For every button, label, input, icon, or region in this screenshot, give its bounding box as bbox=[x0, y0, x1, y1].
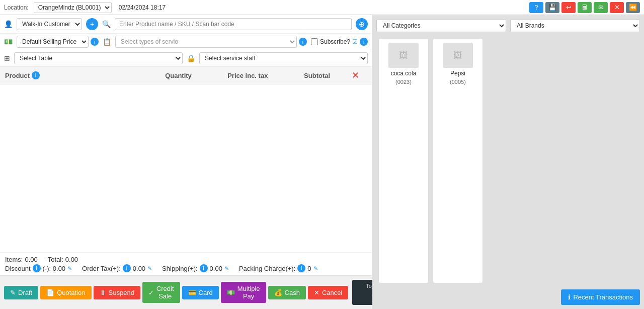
table-select-wrap: Select Table bbox=[14, 52, 183, 64]
draft-button[interactable]: ✎ Draft bbox=[4, 286, 38, 299]
shipping-info-icon: i bbox=[200, 264, 208, 272]
suspend-button[interactable]: ⏸ Suspend bbox=[94, 286, 140, 299]
service-icon: 📋 bbox=[103, 38, 111, 46]
product-card-pepsi[interactable]: 🖼 Pepsi (0005) bbox=[433, 38, 483, 283]
order-tax-total: Order Tax(+): i 0.00 ✎ bbox=[82, 264, 152, 272]
recent-transactions-button[interactable]: ℹ Recent Transactions bbox=[561, 289, 640, 305]
header-price: Price inc. tax bbox=[213, 72, 282, 79]
table-icon: ⊞ bbox=[4, 54, 10, 62]
packing-info-icon: i bbox=[297, 264, 305, 272]
quotation-button[interactable]: 📄 Quotation bbox=[40, 286, 91, 299]
product-name-pepsi: Pepsi bbox=[450, 70, 465, 77]
staff-select-wrap: Select service staff bbox=[199, 52, 368, 64]
brand-filter[interactable]: All Brands bbox=[510, 19, 640, 32]
clear-all-button[interactable]: ✕ bbox=[352, 70, 359, 81]
total-amount: Total: 0.00 bbox=[48, 256, 78, 263]
right-bottom: ℹ Recent Transactions bbox=[376, 289, 640, 305]
left-panel: 👤 Walk-In Customer + 🔍 ⊕ 💵 Default Selli… bbox=[0, 15, 372, 309]
right-panel: All Categories All Brands 🖼 coca cola (0… bbox=[372, 15, 644, 309]
controls-row-3: ⊞ Select Table 🔒 Select service staff bbox=[0, 50, 372, 67]
selling-price-select[interactable]: Default Selling Price bbox=[17, 36, 89, 48]
credit-sale-icon: ✓ bbox=[148, 289, 154, 296]
calculator-icon[interactable]: 🖩 bbox=[578, 2, 592, 13]
customer-icon: 👤 bbox=[4, 20, 13, 28]
packing-total: Packing Charge(+): i 0 ✎ bbox=[239, 264, 318, 272]
totals-row-1: Items: 0.00 Total: 0.00 bbox=[5, 256, 367, 263]
controls-row-2: 💵 Default Selling Price i 📋 Select types… bbox=[0, 34, 372, 50]
datetime: 02/24/2024 18:17 bbox=[119, 4, 166, 11]
price-select-wrap: Default Selling Price i bbox=[17, 36, 99, 48]
discount-info-icon: i bbox=[33, 264, 41, 272]
discount-edit-icon[interactable]: ✎ bbox=[67, 265, 72, 272]
products-grid: 🖼 coca cola (0023) 🖼 Pepsi (0005) bbox=[376, 36, 640, 285]
service-select-wrap: Select types of servio i bbox=[115, 36, 307, 48]
multiple-pay-icon: 💵 bbox=[227, 289, 235, 296]
product-info-icon: i bbox=[32, 71, 40, 79]
add-customer-button[interactable]: + bbox=[86, 18, 98, 30]
subscribe-info: i bbox=[360, 38, 368, 46]
help-icon[interactable]: ? bbox=[529, 2, 543, 13]
table-select[interactable]: Select Table bbox=[14, 52, 183, 64]
product-code-coca-cola: (0023) bbox=[395, 79, 412, 85]
header-product: Product i bbox=[5, 71, 144, 79]
card-icon: 💳 bbox=[188, 289, 196, 296]
location-label: Location: bbox=[4, 4, 29, 11]
items-total: Items: 0.00 bbox=[5, 256, 38, 263]
cancel-button[interactable]: ✕ Cancel bbox=[308, 286, 348, 299]
items-area bbox=[0, 84, 372, 252]
credit-sale-button[interactable]: ✓ Credit Sale bbox=[142, 282, 180, 303]
filter-row: All Categories All Brands bbox=[376, 19, 640, 32]
subscribe-checkbox[interactable] bbox=[311, 38, 318, 45]
cash-button[interactable]: 💰 Cash bbox=[268, 286, 306, 299]
selling-price-info: i bbox=[91, 38, 99, 46]
footer-totals: Items: 0.00 Total: 0.00 Discount i (-): … bbox=[0, 252, 372, 275]
action-buttons: ✎ Draft 📄 Quotation ⏸ Suspend ✓ Credit S… bbox=[0, 275, 372, 309]
header-quantity: Quantity bbox=[144, 72, 213, 79]
suspend-icon: ⏸ bbox=[100, 289, 106, 296]
totals-row-2: Discount i (-): 0.00 ✎ Order Tax(+): i 0… bbox=[5, 264, 367, 272]
customer-select[interactable]: Walk-In Customer bbox=[17, 18, 82, 30]
category-filter[interactable]: All Categories bbox=[376, 19, 506, 32]
back-icon[interactable]: ⏪ bbox=[626, 2, 640, 13]
price-icon: 💵 bbox=[4, 38, 13, 46]
product-search-input[interactable] bbox=[115, 18, 352, 30]
header-subtotal: Subtotal bbox=[282, 72, 352, 79]
undo-icon[interactable]: ↩ bbox=[561, 2, 576, 13]
top-bar-buttons: ? 💾 ↩ 🖩 ✉ ✕ ⏪ bbox=[529, 2, 640, 13]
order-tax-info-icon: i bbox=[123, 264, 131, 272]
product-image-pepsi: 🖼 bbox=[443, 43, 473, 68]
multiple-pay-button[interactable]: 💵 Multiple Pay bbox=[221, 282, 266, 303]
product-image-coca-cola: 🖼 bbox=[388, 43, 419, 68]
top-bar: Location: OrangeMindz (BL0001) 02/24/202… bbox=[0, 0, 644, 15]
card-button[interactable]: 💳 Card bbox=[182, 286, 219, 299]
location-select[interactable]: OrangeMindz (BL0001) bbox=[34, 2, 112, 13]
shipping-total: Shipping(+): i 0.00 ✎ bbox=[162, 264, 229, 272]
main-layout: 👤 Walk-In Customer + 🔍 ⊕ 💵 Default Selli… bbox=[0, 15, 644, 309]
barcode-button[interactable]: ⊕ bbox=[356, 18, 368, 30]
service-type-select[interactable]: Select types of servio bbox=[115, 36, 297, 48]
search-icon: 🔍 bbox=[102, 20, 111, 28]
save-icon[interactable]: 💾 bbox=[545, 2, 559, 13]
discount-total: Discount i (-): 0.00 ✎ bbox=[5, 264, 72, 272]
cash-icon: 💰 bbox=[274, 289, 282, 296]
shipping-edit-icon[interactable]: ✎ bbox=[224, 265, 229, 272]
quotation-icon: 📄 bbox=[46, 289, 54, 296]
close-window-icon[interactable]: ✕ bbox=[610, 2, 624, 13]
subscribe-info-icon: ☑ bbox=[352, 38, 358, 45]
order-tax-edit-icon[interactable]: ✎ bbox=[147, 265, 152, 272]
service-staff-select[interactable]: Select service staff bbox=[199, 52, 368, 64]
product-name-coca-cola: coca cola bbox=[391, 70, 417, 77]
table-header: Product i Quantity Price inc. tax Subtot… bbox=[0, 67, 372, 84]
product-card-coca-cola[interactable]: 🖼 coca cola (0023) bbox=[378, 38, 429, 283]
subscribe-label: Subscribe? bbox=[320, 38, 350, 45]
subscribe-wrap: Subscribe? ☑ i bbox=[311, 38, 368, 46]
cancel-icon: ✕ bbox=[314, 289, 319, 296]
draft-icon: ✎ bbox=[10, 289, 16, 296]
packing-edit-icon[interactable]: ✎ bbox=[313, 265, 318, 272]
staff-icon: 🔒 bbox=[187, 54, 195, 62]
recent-transactions-icon: ℹ bbox=[568, 293, 571, 301]
product-code-pepsi: (0005) bbox=[450, 79, 466, 85]
message-icon[interactable]: ✉ bbox=[594, 2, 608, 13]
controls-row-1: 👤 Walk-In Customer + 🔍 ⊕ bbox=[0, 15, 372, 34]
header-action: ✕ bbox=[352, 70, 367, 81]
